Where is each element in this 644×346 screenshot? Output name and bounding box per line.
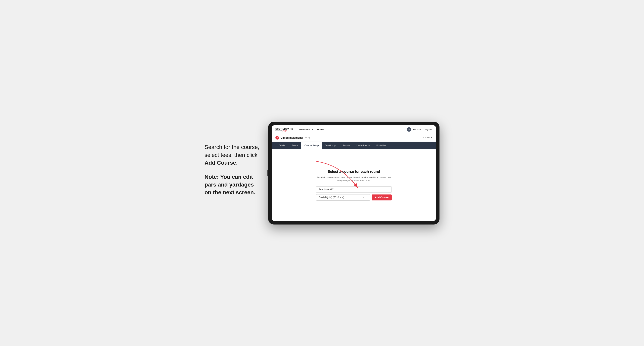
- tee-select-value: Gold (M) (M) (7010 yds): [318, 196, 344, 199]
- logo-area: SCOREBOARD Powered by clippd: [276, 128, 293, 132]
- tablet-frame: SCOREBOARD Powered by clippd TOURNAMENTS…: [268, 122, 440, 224]
- add-course-button[interactable]: Add Course: [372, 194, 392, 200]
- tee-select-row: Gold (M) (M) (7010 yds) ✕ ⌄ Add Course: [316, 194, 392, 201]
- course-search-input[interactable]: [316, 186, 392, 193]
- page-container: Search for the course, select tees, then…: [182, 122, 462, 224]
- tab-tee-groups[interactable]: Tee Groups: [322, 142, 340, 149]
- tablet-side-button: [268, 170, 268, 176]
- annotation-note: Note: You can edit pars and yardages on …: [204, 174, 255, 195]
- header-left: SCOREBOARD Powered by clippd TOURNAMENTS…: [276, 128, 324, 132]
- tee-select-controls: ✕ ⌄: [363, 196, 368, 199]
- tab-results[interactable]: Results: [340, 142, 353, 149]
- clear-icon[interactable]: ✕: [363, 196, 365, 199]
- tournament-icon: C: [276, 136, 279, 140]
- separator: |: [423, 129, 424, 131]
- setup-title: Select a course for each round: [316, 170, 392, 174]
- annotation-highlight: Add Course.: [204, 160, 238, 166]
- tablet-screen: SCOREBOARD Powered by clippd TOURNAMENTS…: [272, 125, 436, 221]
- user-avatar: R: [407, 127, 411, 132]
- user-label: Test User: [413, 129, 421, 131]
- tournament-meta: (Men): [305, 137, 310, 139]
- tournament-name: Clippd Invitational: [280, 136, 303, 139]
- nav-tournaments[interactable]: TOURNAMENTS: [296, 129, 313, 131]
- tab-details[interactable]: Details: [276, 142, 288, 149]
- annotation-area: Search for the course, select tees, then…: [204, 143, 260, 203]
- tab-course-setup[interactable]: Course Setup: [301, 142, 322, 149]
- tournament-title: C Clippd Invitational (Men): [276, 136, 310, 140]
- header-right: R Test User | Sign out: [407, 127, 432, 132]
- annotation-line1: Search for the course, select tees, then…: [204, 144, 259, 158]
- tablet-wrapper: SCOREBOARD Powered by clippd TOURNAMENTS…: [268, 122, 440, 224]
- tab-teams[interactable]: Teams: [288, 142, 301, 149]
- tab-printables[interactable]: Printables: [373, 142, 389, 149]
- annotation-section-1: Search for the course, select tees, then…: [204, 143, 260, 167]
- course-setup-panel: Select a course for each round Search fo…: [316, 170, 392, 201]
- tournament-header: C Clippd Invitational (Men) Cancel ✕: [272, 134, 436, 142]
- main-content: Select a course for each round Search fo…: [272, 149, 436, 221]
- setup-description: Search for a course and select a tee. Yo…: [316, 176, 392, 182]
- tee-select[interactable]: Gold (M) (M) (7010 yds) ✕ ⌄: [316, 194, 370, 201]
- tab-leaderboards[interactable]: Leaderboards: [353, 142, 373, 149]
- chevron-down-icon[interactable]: ⌄: [366, 196, 368, 199]
- app-header: SCOREBOARD Powered by clippd TOURNAMENTS…: [272, 125, 436, 134]
- cancel-button[interactable]: Cancel ✕: [423, 136, 432, 139]
- logo-sub: Powered by clippd: [276, 130, 293, 132]
- sign-out-link[interactable]: Sign out: [425, 129, 432, 131]
- logo-scoreboard: SCOREBOARD: [276, 128, 293, 130]
- nav-teams[interactable]: TEAMS: [317, 129, 324, 131]
- main-nav: TOURNAMENTS TEAMS: [296, 129, 324, 131]
- annotation-section-2: Note: You can edit pars and yardages on …: [204, 173, 260, 196]
- tab-nav: Details Teams Course Setup Tee Groups Re…: [272, 142, 436, 149]
